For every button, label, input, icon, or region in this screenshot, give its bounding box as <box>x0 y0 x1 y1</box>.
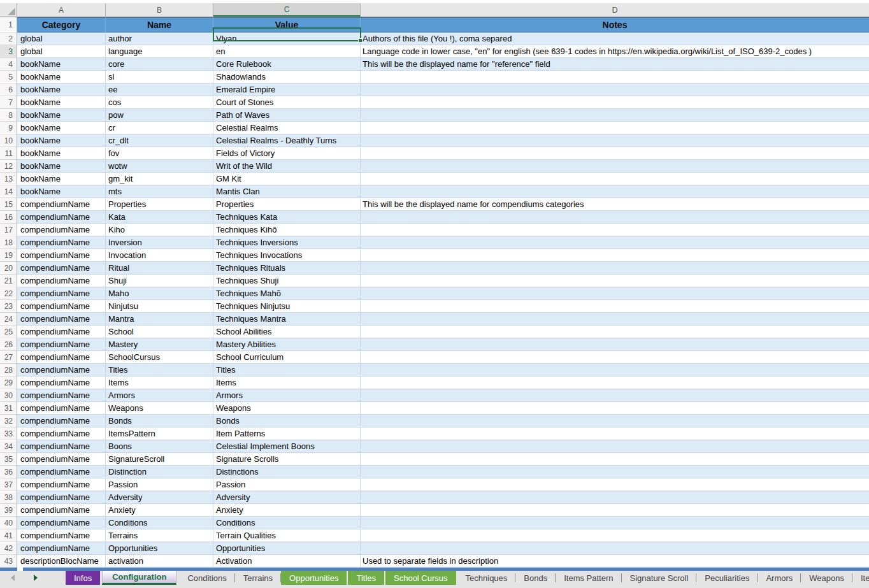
row-number[interactable]: 41 <box>0 529 17 542</box>
cell-B39[interactable]: Anxiety <box>106 504 213 517</box>
cell-B24[interactable]: Mantra <box>106 313 213 326</box>
sheet-tab-configuration[interactable]: Configuration <box>102 571 176 585</box>
cell-A4[interactable]: bookName <box>17 58 106 71</box>
cell-C11[interactable]: Fields of Victory <box>213 147 361 160</box>
cell-D42[interactable] <box>361 542 869 555</box>
cell-B6[interactable]: ee <box>106 83 213 96</box>
cell-B38[interactable]: Adversity <box>106 491 213 504</box>
cell-D38[interactable] <box>361 491 869 504</box>
cell-B22[interactable]: Maho <box>106 287 213 300</box>
cell-D3[interactable]: Language code in lower case, "en" for en… <box>361 45 869 58</box>
cell-D16[interactable] <box>361 211 869 224</box>
cell-B18[interactable]: Inversion <box>106 236 213 249</box>
cell-B15[interactable]: Properties <box>106 198 213 211</box>
cell-A3[interactable]: global <box>17 45 106 58</box>
row-number[interactable]: 39 <box>0 504 17 517</box>
row-number[interactable]: 11 <box>0 147 17 160</box>
cell-B23[interactable]: Ninjutsu <box>106 300 213 313</box>
cell-A28[interactable]: compendiumName <box>17 364 106 376</box>
cell-B36[interactable]: Distinction <box>106 466 213 478</box>
cell-A11[interactable]: bookName <box>17 147 106 160</box>
cell-D29[interactable] <box>361 376 869 389</box>
cell-A7[interactable]: bookName <box>17 96 106 109</box>
cell-A6[interactable]: bookName <box>17 83 106 96</box>
cell-D10[interactable] <box>361 134 869 147</box>
cell-A40[interactable]: compendiumName <box>17 517 106 529</box>
table-header-value[interactable]: Value <box>213 17 361 32</box>
row-number[interactable]: 42 <box>0 542 17 555</box>
cell-C38[interactable]: Adversity <box>213 491 361 504</box>
cell-B14[interactable]: mts <box>106 185 213 198</box>
cell-D36[interactable] <box>361 466 869 478</box>
row-number[interactable]: 34 <box>0 440 17 453</box>
row-number[interactable]: 9 <box>0 122 17 134</box>
cell-A10[interactable]: bookName <box>17 134 106 147</box>
sheet-tab-peculiarities[interactable]: Peculiarities <box>696 571 758 585</box>
cell-B30[interactable]: Armors <box>106 389 213 402</box>
row-number[interactable]: 37 <box>0 478 17 491</box>
cell-C42[interactable]: Opportunities <box>213 542 361 555</box>
row-number[interactable]: 18 <box>0 236 17 249</box>
cell-A19[interactable]: compendiumName <box>17 249 106 262</box>
cell-B12[interactable]: wotw <box>106 160 213 173</box>
cell-B33[interactable]: ItemsPattern <box>106 427 213 440</box>
cell-C34[interactable]: Celestial Implement Boons <box>213 440 361 453</box>
cell-C2[interactable]: Vlyan <box>213 32 361 45</box>
cell-C23[interactable]: Techniques Ninjutsu <box>213 300 361 313</box>
cell-D34[interactable] <box>361 440 869 453</box>
sheet-nav-left-icon[interactable] <box>11 575 15 581</box>
sheet-tab-ite[interactable]: Ite <box>852 571 869 585</box>
cell-C35[interactable]: Signature Scrolls <box>213 453 361 466</box>
cell-B4[interactable]: core <box>106 58 213 71</box>
cell-D8[interactable] <box>361 109 869 122</box>
cell-C17[interactable]: Techniques Kihõ <box>213 224 361 236</box>
row-number[interactable]: 38 <box>0 491 17 504</box>
row-number[interactable]: 6 <box>0 83 17 96</box>
cell-A12[interactable]: bookName <box>17 160 106 173</box>
row-number[interactable]: 26 <box>0 338 17 351</box>
cell-D19[interactable] <box>361 249 869 262</box>
cell-B26[interactable]: Mastery <box>106 338 213 351</box>
cell-B19[interactable]: Invocation <box>106 249 213 262</box>
row-number[interactable]: 3 <box>0 45 17 58</box>
row-number[interactable]: 2 <box>0 32 17 45</box>
cell-A15[interactable]: compendiumName <box>17 198 106 211</box>
sheet-tab-weapons[interactable]: Weapons <box>801 571 852 585</box>
cell-B8[interactable]: pow <box>106 109 213 122</box>
cell-B41[interactable]: Terrains <box>106 529 213 542</box>
cell-C16[interactable]: Techniques Kata <box>213 211 361 224</box>
cell-A27[interactable]: compendiumName <box>17 351 106 364</box>
row-number[interactable]: 17 <box>0 224 17 236</box>
row-number[interactable]: 4 <box>0 58 17 71</box>
cell-D24[interactable] <box>361 313 869 326</box>
cell-D21[interactable] <box>361 275 869 287</box>
cell-A13[interactable]: bookName <box>17 173 106 185</box>
cell-B31[interactable]: Weapons <box>106 402 213 415</box>
cell-D33[interactable] <box>361 427 869 440</box>
cell-B29[interactable]: Items <box>106 376 213 389</box>
cell-D35[interactable] <box>361 453 869 466</box>
sheet-tab-techniques[interactable]: Techniques <box>457 571 516 585</box>
cell-B43[interactable]: activation <box>106 555 213 568</box>
cell-C6[interactable]: Emerald Empire <box>213 83 361 96</box>
sheet-tab-armors[interactable]: Armors <box>758 571 801 585</box>
cell-C13[interactable]: GM Kit <box>213 173 361 185</box>
cell-B9[interactable]: cr <box>106 122 213 134</box>
cell-C33[interactable]: Item Patterns <box>213 427 361 440</box>
cell-D32[interactable] <box>361 415 869 427</box>
cell-B5[interactable]: sl <box>106 71 213 83</box>
cell-C25[interactable]: School Abilities <box>213 326 361 338</box>
cell-B42[interactable]: Opportunities <box>106 542 213 555</box>
row-number[interactable]: 43 <box>0 555 17 568</box>
cell-C36[interactable]: Distinctions <box>213 466 361 478</box>
cell-D2[interactable]: Authors of this file (You !), coma separ… <box>361 32 869 45</box>
cell-A5[interactable]: bookName <box>17 71 106 83</box>
cell-B32[interactable]: Bonds <box>106 415 213 427</box>
cell-C29[interactable]: Items <box>213 376 361 389</box>
cell-D25[interactable] <box>361 326 869 338</box>
cell-C14[interactable]: Mantis Clan <box>213 185 361 198</box>
cell-C3[interactable]: en <box>213 45 361 58</box>
cell-A32[interactable]: compendiumName <box>17 415 106 427</box>
sheet-tab-items-pattern[interactable]: Items Pattern <box>556 571 621 585</box>
cell-C7[interactable]: Court of Stones <box>213 96 361 109</box>
